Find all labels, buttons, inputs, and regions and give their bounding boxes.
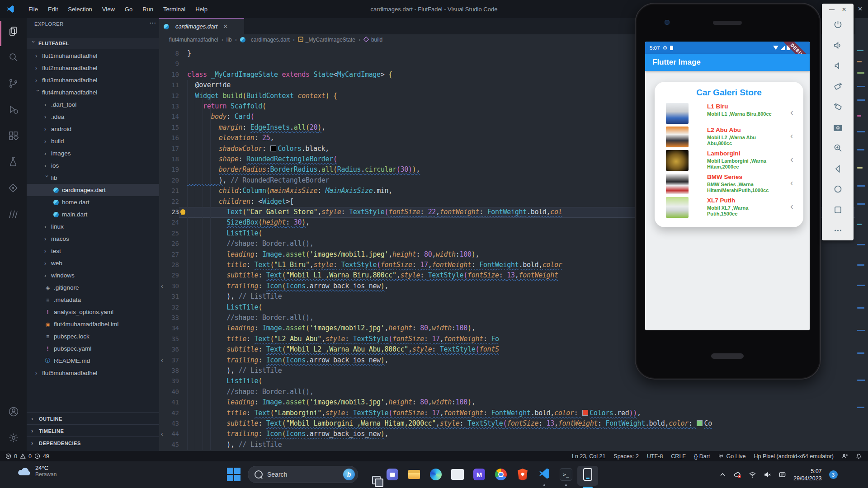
tree-item-android[interactable]: ›android — [27, 123, 159, 135]
emulator-volume-up-icon[interactable] — [822, 40, 854, 51]
fold-chevron-icon[interactable]: ‹ — [161, 429, 163, 439]
activity-settings-icon[interactable] — [0, 425, 27, 451]
status-spaces--2[interactable]: Spaces: 2 — [613, 453, 639, 460]
breadcrumb-cardimages-dart[interactable]: cardimages.dart — [240, 37, 290, 43]
car-list-item[interactable]: BMW SeriesBMW Series ,Warna Hitam/Merah/… — [655, 172, 803, 196]
tree-item-build[interactable]: ›build — [27, 135, 159, 147]
section-dependencies[interactable]: ›DEPENDENCIES — [27, 436, 159, 449]
tree-item-readme-md[interactable]: ⓘREADME.md — [27, 355, 159, 367]
car-list-item[interactable]: L1 BiruMobil L1 ,Warna Biru,800cc‹ — [655, 102, 803, 125]
tree-item-flut3muhamadfadhel[interactable]: ›flut3muhamadfadhel — [27, 74, 159, 86]
tree-item-lib[interactable]: ›lib — [27, 172, 159, 184]
menu-terminal[interactable]: Terminal — [158, 6, 190, 13]
tray-touch-pad-icon[interactable] — [778, 471, 786, 479]
tree-item--idea[interactable]: ›.idea — [27, 111, 159, 123]
emulator-overview-icon[interactable] — [822, 204, 854, 216]
status-go-live[interactable]: Go Live — [718, 453, 745, 460]
tree-item-flut1muhamadfadhel[interactable]: ›flut1muhamadfadhel — [27, 50, 159, 62]
status-crlf[interactable]: CRLF — [671, 453, 686, 460]
tree-item--dart-tool[interactable]: ›.dart_tool — [27, 99, 159, 111]
close-window-icon[interactable]: ✕ — [858, 5, 863, 12]
tray-chevron-up-icon[interactable] — [719, 471, 726, 479]
activity-search-icon[interactable] — [0, 44, 27, 70]
tree-item-main-dart[interactable]: main.dart — [27, 208, 159, 221]
taskbar-app-edge[interactable] — [429, 468, 442, 481]
status-ln-23--col-21[interactable]: Ln 23, Col 21 — [572, 453, 605, 460]
emulator-home-icon[interactable] — [822, 183, 854, 195]
tray-volume-mute-icon[interactable] — [764, 471, 771, 479]
taskbar-app-chat[interactable] — [386, 468, 399, 481]
taskbar-search[interactable]: Search b — [248, 466, 358, 483]
activity-source-control-icon[interactable] — [0, 70, 27, 97]
status-hp-pixel--android-x64-emulator-[interactable]: Hp Pixel (android-x64 emulator) — [754, 453, 834, 460]
tree-item-flut2muhamadfadhel[interactable]: ›flut2muhamadfadhel — [27, 62, 159, 74]
tree-item-flut4muhamadfadhel[interactable]: ›flut4muhamadfadhel — [27, 86, 159, 99]
start-button[interactable] — [227, 468, 241, 481]
tray-wifi-icon[interactable] — [749, 471, 756, 479]
emulator-more-icon[interactable] — [822, 225, 854, 236]
lightbulb-icon[interactable] — [180, 209, 185, 214]
notification-count-badge[interactable]: 3 — [829, 470, 838, 479]
more-actions-icon[interactable]: ⋯ — [149, 19, 156, 27]
tree-root-flutfadel[interactable]: › FLUTFADEL — [27, 38, 159, 49]
tree-item--metadata[interactable]: ≡.metadata — [27, 294, 159, 306]
tree-item-cardimages-dart[interactable]: cardimages.dart — [27, 184, 159, 196]
car-list-item[interactable]: LamborginiMobil Lamborgini ,Warna Hitam,… — [655, 149, 803, 172]
taskbar-app-terminal[interactable]: >_ — [560, 468, 572, 481]
taskbar-app-m-app[interactable]: M — [473, 468, 486, 481]
menu-go[interactable]: Go — [120, 6, 137, 13]
tree-item-pubspec-yaml[interactable]: !pubspec.yaml — [27, 343, 159, 355]
car-list-item[interactable]: XL7 PutihMobil XL7 ,Warna Putih,1500cc‹ — [655, 196, 803, 219]
status----dart[interactable]: {} Dart — [694, 453, 710, 460]
notifications-bell-icon[interactable] — [856, 453, 862, 459]
taskbar-app-task-view[interactable] — [364, 468, 377, 481]
menu-view[interactable]: View — [97, 6, 120, 13]
breadcrumb-flut4muhamadfadhel[interactable]: flut4muhamadfadhel — [169, 37, 218, 43]
activity-project-icon[interactable] — [0, 175, 27, 202]
activity-run-debug-icon[interactable] — [0, 97, 27, 123]
taskbar-app-emulator[interactable] — [581, 468, 594, 481]
taskbar-app-brave[interactable] — [516, 468, 529, 481]
tree-item--gitignore[interactable]: ◈.gitignore — [27, 282, 159, 294]
fold-chevron-icon[interactable]: ‹ — [161, 281, 163, 291]
activity-pipeline-icon[interactable] — [0, 202, 27, 228]
activity-account-icon[interactable] — [0, 399, 27, 425]
problems-summary[interactable]: 0 0 49 — [5, 453, 49, 460]
tree-item-home-dart[interactable]: home.dart — [27, 196, 159, 208]
emulator-camera-icon[interactable] — [822, 122, 854, 133]
tree-item-ios[interactable]: ›ios — [27, 160, 159, 172]
tree-item-linux[interactable]: ›linux — [27, 221, 159, 233]
menu-run[interactable]: Run — [137, 6, 158, 13]
menu-file[interactable]: File — [24, 6, 43, 13]
section-outline[interactable]: ›OUTLINE — [27, 412, 159, 425]
status-utf-8[interactable]: UTF-8 — [647, 453, 663, 460]
breadcrumb-lib[interactable]: lib — [226, 37, 232, 43]
taskbar-app-file-explorer[interactable] — [408, 468, 420, 481]
breadcrumb--mycardimagestate[interactable]: _MyCardImageState — [298, 37, 355, 43]
menu-edit[interactable]: Edit — [43, 6, 63, 13]
car-list-item[interactable]: L2 Abu AbuMobil L2 ,Warna Abu Abu,800cc‹ — [655, 125, 803, 149]
emulator-minimize-icon[interactable]: — — [829, 6, 835, 13]
tree-item-test[interactable]: ›test — [27, 245, 159, 257]
activity-explorer-icon[interactable] — [0, 18, 27, 44]
taskbar-weather[interactable]: 24°C Berawan — [17, 465, 57, 478]
menu-help[interactable]: Help — [190, 6, 212, 13]
menu-selection[interactable]: Selection — [63, 6, 97, 13]
emulator-power-icon[interactable] — [822, 19, 854, 30]
minimap[interactable] — [855, 18, 868, 451]
fold-chevron-icon[interactable]: ‹ — [161, 355, 163, 366]
emulator-volume-down-icon[interactable] — [822, 60, 854, 71]
emulator-rotate-left-icon[interactable] — [822, 81, 854, 92]
tray-onedrive-icon[interactable] — [734, 471, 741, 479]
emulator-close-icon[interactable]: ✕ — [842, 6, 846, 13]
bing-icon[interactable]: b — [343, 469, 355, 480]
taskbar-app-store[interactable] — [451, 468, 464, 481]
phone-screen[interactable]: 5:07 ⚙ DEBUG Flutter Image Car Galeri St… — [645, 42, 810, 330]
taskbar-app-chrome[interactable] — [495, 468, 507, 481]
remote-person-icon[interactable] — [842, 453, 848, 459]
emulator-rotate-right-icon[interactable] — [822, 101, 854, 113]
tree-item-windows[interactable]: ›windows — [27, 269, 159, 282]
emulator-zoom-icon[interactable] — [822, 142, 854, 154]
tree-item-flut5muhamadfadhel[interactable]: ›flut5muhamadfadhel — [27, 367, 159, 379]
tree-item-analysis-options-yaml[interactable]: !analysis_options.yaml — [27, 306, 159, 318]
